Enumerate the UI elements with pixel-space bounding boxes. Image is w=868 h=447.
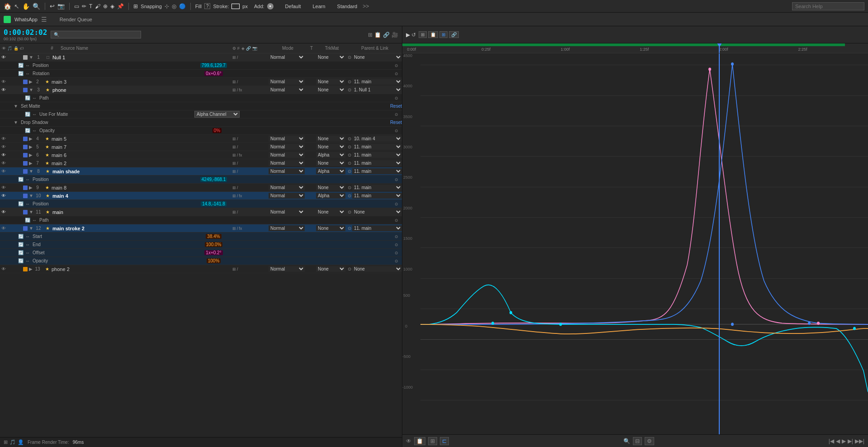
layer-name[interactable]: phone 2 (52, 266, 232, 272)
render-queue-label[interactable]: Render Queue (60, 17, 92, 22)
layer-row[interactable]: 👁 ▶ 13 ★ phone 2 ⊞ / Normal None (0, 265, 402, 273)
layer-mode[interactable]: Normal (269, 185, 307, 190)
visibility-toggle[interactable]: 👁 (0, 209, 7, 214)
mode-select[interactable]: Normal (269, 136, 305, 142)
layer-row[interactable]: 👁 ▼ 11 ★ main ⊞ / Normal None (0, 208, 402, 216)
pin-tool-icon[interactable]: 📌 (117, 3, 124, 10)
mask-icon[interactable]: ◎ (172, 3, 176, 10)
mode-select[interactable]: Normal (269, 266, 305, 272)
parent-select[interactable]: None (352, 209, 402, 215)
layer-mode[interactable]: Normal (269, 225, 307, 231)
layer-mode[interactable]: Normal (269, 144, 307, 150)
expand-arrow[interactable]: ▶ (29, 185, 33, 190)
mode-select[interactable]: Normal (269, 225, 305, 231)
layer-name[interactable]: main 6 (52, 152, 232, 158)
layer-mode[interactable]: Normal (269, 152, 307, 158)
visibility-toggle[interactable]: 👁 (0, 87, 7, 92)
keyframe-dot[interactable] (808, 322, 811, 325)
layer-name[interactable]: main 3 (52, 79, 232, 85)
property-value[interactable]: 0% (212, 128, 222, 133)
camera-tool-icon[interactable]: 📷 (57, 3, 65, 10)
expand-arrow[interactable]: ▼ (29, 226, 33, 231)
graph-settings-btn[interactable]: ⚙ (645, 437, 654, 445)
graph-eye-icon[interactable]: 👁 (406, 438, 411, 444)
layer-name[interactable]: main 5 (52, 136, 232, 142)
mode-select[interactable]: Normal (269, 79, 305, 85)
stamp-tool-icon[interactable]: ⊕ (103, 3, 108, 10)
layers-container[interactable]: 👁 ▼ 1 □ Null 1 ⊞ / Normal None (0, 53, 402, 437)
chevron-right-icon[interactable]: >> (363, 3, 369, 10)
learn-label[interactable]: Learn (312, 4, 325, 9)
layer-parent[interactable]: ⊙ 11. main (348, 79, 402, 85)
zoom-tool-icon[interactable]: 🔍 (33, 3, 40, 10)
layer-row[interactable]: 👁 ▼ 8 ★ main shade ⊞ / Normal Alpha (0, 167, 402, 176)
layer-trkmat[interactable]: None (316, 160, 348, 166)
layer-mode[interactable]: Normal (269, 79, 307, 85)
hamburger-icon[interactable]: ☰ (41, 16, 47, 23)
graph-btn-3[interactable]: ⊏ (440, 437, 449, 445)
playhead-line[interactable] (719, 53, 720, 434)
layer-name[interactable]: main 7 (52, 144, 232, 150)
layer-row[interactable]: 👁 ▼ 3 ★ phone ⊞ / fx Normal None (0, 86, 402, 94)
layer-row[interactable]: 👁 ▶ 2 ★ main 3 ⊞ / Normal None (0, 78, 402, 86)
expand-arrow[interactable]: ▶ (29, 136, 33, 141)
visibility-toggle[interactable]: 👁 (0, 226, 7, 231)
layer-parent[interactable]: ⊙ 1. Null 1 (348, 87, 402, 93)
parent-select[interactable]: 11. main (352, 144, 402, 150)
graph-zoom-icon[interactable]: 🔍 (623, 438, 630, 444)
matte-select[interactable]: Alpha Channel (194, 111, 240, 118)
expand-arrow[interactable]: ▶ (29, 161, 33, 166)
layer-parent[interactable]: ⊙ None (348, 209, 402, 215)
playhead-ruler-marker[interactable] (719, 43, 720, 53)
graph-area[interactable]: 4500 4000 3500 3000 2500 2000 1500 1000 … (402, 53, 868, 434)
layer-row[interactable]: 👁 ▶ 5 ★ main 7 ⊞ / Normal None (0, 143, 402, 151)
visibility-toggle[interactable]: 👁 (0, 79, 7, 84)
timeline-search-input[interactable] (51, 31, 141, 38)
grid-icon[interactable]: ⊹ (165, 3, 169, 10)
mode-select[interactable]: Normal (269, 152, 305, 158)
tl-btn-1[interactable]: ⊞ (419, 31, 427, 38)
mode-select[interactable]: Normal (269, 193, 305, 199)
select-tool-icon[interactable]: ↖ (14, 3, 19, 10)
mode-select[interactable]: Normal (269, 54, 305, 60)
property-value[interactable]: 4249,-868.1 (200, 177, 227, 182)
brush-tool-icon[interactable]: 🖌 (95, 3, 100, 10)
layer-mode[interactable]: Normal (269, 136, 307, 142)
keyframe-dot[interactable] (708, 68, 711, 71)
play-btn[interactable]: ▶ (842, 438, 846, 444)
stroke-box[interactable] (231, 4, 240, 9)
current-time-display[interactable]: 0:00:02:02 (4, 28, 47, 37)
layer-trkmat[interactable]: Alpha (316, 152, 348, 158)
visibility-toggle[interactable]: 👁 (0, 266, 7, 271)
keyframe-dot[interactable] (853, 327, 856, 330)
layer-name[interactable]: Null 1 (52, 55, 232, 60)
parent-select[interactable]: 10. main 4 (352, 136, 402, 142)
layer-trkmat[interactable]: Alpha (316, 168, 348, 174)
expand-arrow[interactable]: ▶ (29, 152, 33, 157)
layer-mode[interactable]: Normal (269, 87, 307, 93)
parent-select[interactable]: 11. main (352, 79, 402, 85)
layer-parent[interactable]: ⊙ 11. main (348, 152, 402, 158)
visibility-toggle[interactable]: 👁 (0, 169, 7, 174)
layer-trkmat[interactable]: None (316, 136, 348, 142)
layer-name[interactable]: main 8 (52, 185, 232, 190)
layer-trkmat[interactable]: None (316, 209, 348, 215)
rect-tool-icon[interactable]: ▭ (74, 3, 79, 10)
next-frame-btn[interactable]: ▶| (848, 438, 853, 444)
layer-parent[interactable]: ⊙ 11. main (348, 168, 402, 174)
trkmat-select[interactable]: Alpha (316, 168, 345, 174)
trkmat-select[interactable]: None (316, 266, 345, 272)
parent-select[interactable]: 11. main (352, 168, 402, 174)
property-value[interactable]: 14.8,-141.8 (201, 201, 226, 206)
trkmat-select[interactable]: None (316, 209, 345, 215)
parent-select[interactable]: 11. main (352, 160, 402, 166)
mode-select[interactable]: Normal (269, 168, 305, 174)
layer-row[interactable]: 👁 ▶ 9 ★ main 8 ⊞ / Normal None (0, 184, 402, 192)
layer-mode[interactable]: Normal (269, 54, 307, 60)
pen-tool-icon[interactable]: ✏ (82, 3, 86, 10)
layer-row[interactable]: 👁 ▼ 1 □ Null 1 ⊞ / Normal None (0, 53, 402, 62)
tl-icon-2[interactable]: 📋 (374, 32, 381, 38)
home-icon[interactable]: 🏠 (4, 3, 11, 10)
add-circle-icon[interactable]: ● (267, 3, 274, 10)
loop-icon[interactable]: ↺ (411, 32, 416, 38)
